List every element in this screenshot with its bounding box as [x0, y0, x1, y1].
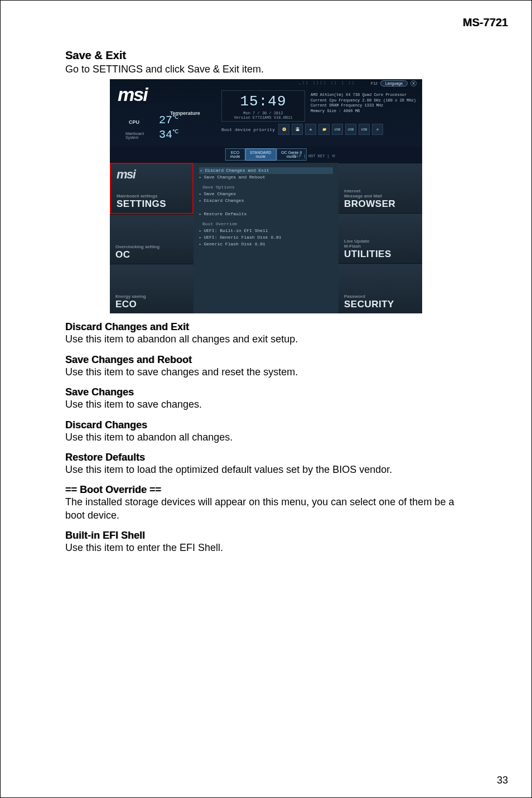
boot-priority-label: Boot device priority: [221, 127, 275, 132]
tile-eco-sub: Energy saving: [115, 294, 188, 299]
tile-utilities-name: UTILITIES: [344, 249, 417, 260]
clock-time: 15:49: [224, 93, 302, 110]
page-number: 33: [497, 775, 508, 786]
tile-settings-name: SETTINGS: [117, 199, 187, 210]
menu-uefi-generic-flash[interactable]: UEFI: Generic Flash Disk 8.01: [199, 235, 282, 240]
tile-utilities-sub1: Live Update: [344, 239, 417, 244]
tile-security-name: SECURITY: [344, 299, 417, 310]
tile-settings-sub: Mainboard settings: [117, 194, 187, 199]
item-desc: Use this item to abandon all changes and…: [65, 333, 467, 346]
help-hotkey-bar[interactable]: HELP | HOT KEY | ⟲: [292, 154, 335, 158]
content-body: Save & Exit Go to SETTINGS and click Sav…: [21, 49, 511, 555]
bios-version: Version E7721AMS V10.0B11: [224, 115, 302, 120]
tile-oc-sub: Overclocking setting: [115, 244, 188, 249]
tile-oc[interactable]: Overclocking setting OC: [110, 214, 194, 264]
info-cpu-freq: Current Cpu Frequency 2.80 GHz (100 x 28…: [311, 98, 416, 103]
language-controls: F12 Language X: [371, 80, 417, 86]
mode-tab-standard[interactable]: STANDARD mode: [245, 148, 276, 161]
boot-icon[interactable]: ⚙: [372, 124, 383, 135]
bios-header: .:: :::: :: : :: F12 Language X msi Temp…: [110, 79, 422, 146]
clock-box: 15:49 Mon 7 / 30 / 2012 Version E7721AMS…: [221, 90, 305, 122]
language-button[interactable]: Language: [380, 80, 408, 86]
info-memory: Memory Size : 4096 MB: [311, 109, 416, 114]
item-heading: Discard Changes: [65, 419, 467, 431]
right-sidebar: Internet Message and Mail BROWSER Live U…: [338, 163, 422, 313]
tile-browser-name: BROWSER: [344, 199, 417, 210]
cpu-label: CPU: [129, 119, 139, 125]
tile-browser-sub1: Internet: [344, 188, 417, 194]
left-sidebar: msi Mainboard settings SETTINGS Overcloc…: [110, 163, 194, 313]
item-desc: Use this item to load the optimized defa…: [65, 463, 467, 476]
menu-generic-flash[interactable]: Generic Flash Disk 8.01: [199, 241, 265, 246]
item-heading: Save Changes: [65, 386, 467, 398]
menu-restore-defaults[interactable]: Restore Defaults: [199, 211, 246, 216]
item-desc: The installed storage devices will appea…: [65, 496, 467, 522]
tile-eco-name: ECO: [115, 299, 188, 310]
boot-icon[interactable]: USB: [332, 124, 343, 135]
item-desc: Use this item to enter the EFI Shell.: [65, 541, 467, 554]
menu-group-save-options: Save Options: [199, 184, 333, 191]
header-dots: .:: :::: :: : ::: [298, 80, 355, 86]
item-heading: Built-in EFI Shell: [65, 530, 467, 541]
close-button[interactable]: X: [410, 80, 417, 86]
page-frame: MS-7721 Save & Exit Go to SETTINGS and c…: [0, 0, 532, 798]
item-desc: Use this item to save changes and reset …: [65, 366, 467, 379]
mainboard-label: Mainboard System: [125, 132, 144, 139]
mode-tab-eco[interactable]: ECO mode: [225, 148, 245, 161]
tile-msi-logo-icon: msi: [117, 167, 135, 182]
menu-discard-changes[interactable]: Discard Changes: [199, 198, 244, 203]
menu-group-boot-override: Boot Override: [199, 221, 333, 228]
boot-icon[interactable]: USB: [345, 124, 356, 135]
boot-icon[interactable]: 💾: [292, 124, 303, 135]
tile-security-sub: Password: [344, 294, 417, 299]
clock-date: Mon 7 / 30 / 2012: [224, 111, 302, 115]
boot-priority-row: Boot device priority 📀 💾 ◉ 📁 USB USB USB…: [221, 124, 383, 135]
section-title-save-exit: Save & Exit: [65, 49, 467, 62]
mb-label-2: System: [125, 136, 138, 139]
item-heading: Restore Defaults: [65, 452, 467, 463]
boot-icon[interactable]: ◉: [305, 124, 316, 135]
info-dram-freq: Current DRAM Frequency 1333 MHz: [311, 103, 416, 108]
tile-settings[interactable]: msi Mainboard settings SETTINGS: [110, 163, 194, 214]
tile-eco[interactable]: Energy saving ECO: [110, 264, 194, 313]
item-heading: == Boot Override ==: [65, 484, 467, 496]
bios-body: msi Mainboard settings SETTINGS Overcloc…: [110, 163, 422, 313]
boot-device-icons: 📀 💾 ◉ 📁 USB USB USB ⚙: [278, 124, 383, 135]
menu-list: Discard Changes and Exit Save Changes an…: [194, 163, 338, 252]
item-desc: Use this item to save changes.: [65, 398, 467, 411]
menu-save-changes[interactable]: Save Changes: [199, 191, 236, 196]
tile-security[interactable]: Password SECURITY: [338, 263, 422, 313]
mainboard-temp-value: 34: [159, 128, 178, 141]
info-cpu: AMD Athlon(tm) X4 730 Quad Core Processo…: [311, 93, 416, 98]
msi-logo: msi: [118, 84, 147, 105]
model-number: MS-7721: [21, 16, 511, 29]
item-desc: Use this item to abandon all changes.: [65, 431, 467, 444]
bios-screenshot: .:: :::: :: : :: F12 Language X msi Temp…: [110, 79, 422, 313]
boot-icon[interactable]: 📁: [318, 124, 330, 135]
boot-icon[interactable]: USB: [359, 124, 370, 135]
f12-hint: F12: [371, 81, 378, 85]
tile-utilities-sub2: M-Flash: [344, 244, 417, 249]
tile-browser[interactable]: Internet Message and Mail BROWSER: [338, 163, 422, 213]
menu-save-and-reboot[interactable]: Save Changes and Reboot: [199, 175, 265, 180]
mb-label-1: Mainboard: [125, 132, 144, 136]
item-heading: Save Changes and Reboot: [65, 354, 467, 366]
boot-icon[interactable]: 📀: [278, 124, 289, 135]
menu-uefi-efi-shell[interactable]: UEFI: Built-in EFI Shell: [199, 228, 268, 233]
tile-utilities[interactable]: Live Update M-Flash UTILITIES: [338, 213, 422, 263]
tile-browser-sub2: Message and Mail: [344, 194, 417, 199]
item-heading: Discard Changes and Exit: [65, 321, 467, 333]
system-info: AMD Athlon(tm) X4 730 Quad Core Processo…: [311, 93, 416, 114]
menu-discard-and-exit[interactable]: Discard Changes and Exit: [199, 167, 333, 174]
section-desc-save-exit: Go to SETTINGS and click Save & Exit ite…: [65, 63, 467, 76]
tile-oc-name: OC: [115, 249, 188, 260]
cpu-temp-value: 27: [159, 114, 178, 127]
menu-panel: HELP | HOT KEY | ⟲ Discard Changes and E…: [194, 163, 338, 313]
